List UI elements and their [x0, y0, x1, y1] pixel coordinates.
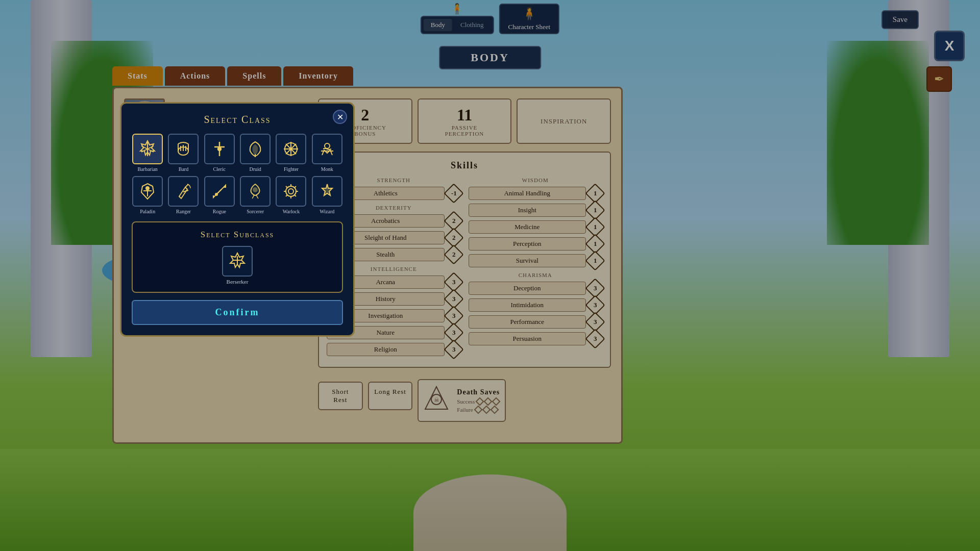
class-item-wizard[interactable]: Wizard	[311, 176, 343, 214]
class-item-paladin[interactable]: Paladin	[132, 176, 163, 214]
class-item-cleric[interactable]: Cleric	[204, 134, 235, 172]
modal-close-button[interactable]: ✕	[333, 110, 347, 124]
fighter-label: Fighter	[284, 166, 299, 172]
berserker-label: Berserker	[227, 279, 249, 285]
monk-label: Monk	[321, 166, 333, 172]
bard-icon	[168, 134, 199, 164]
select-class-modal: Select Class ✕ Barbarian	[120, 102, 355, 337]
sorcerer-label: Sorcerer	[247, 209, 264, 214]
subclass-title: Select Subclass	[140, 230, 335, 240]
bard-label: Bard	[179, 166, 188, 172]
berserker-icon	[222, 246, 253, 277]
paladin-label: Paladin	[140, 209, 155, 214]
class-item-ranger[interactable]: Ranger	[167, 176, 199, 214]
paladin-icon	[132, 176, 163, 207]
druid-icon	[240, 134, 271, 164]
barbarian-label: Barbarian	[137, 166, 157, 172]
svg-point-25	[146, 187, 149, 190]
class-item-bard[interactable]: Bard	[167, 134, 199, 172]
class-item-monk[interactable]: Monk	[311, 134, 343, 172]
class-item-druid[interactable]: Druid	[239, 134, 271, 172]
barbarian-icon	[132, 134, 163, 164]
monk-icon	[312, 134, 342, 164]
subclass-berserker[interactable]: Berserker	[222, 246, 253, 285]
subclass-section: Select Subclass Berserker	[132, 221, 343, 293]
druid-label: Druid	[249, 166, 261, 172]
sorcerer-icon	[240, 176, 271, 207]
cleric-icon	[204, 134, 235, 164]
class-item-rogue[interactable]: Rogue	[204, 176, 235, 214]
rogue-icon	[204, 176, 235, 207]
ranger-icon	[168, 176, 199, 207]
wizard-icon	[312, 176, 342, 207]
svg-point-21	[325, 143, 330, 148]
subclass-grid: Berserker	[140, 246, 335, 285]
class-item-warlock[interactable]: Warlock	[275, 176, 307, 214]
class-item-sorcerer[interactable]: Sorcerer	[239, 176, 271, 214]
svg-point-30	[215, 193, 217, 195]
svg-point-33	[288, 189, 293, 194]
class-item-fighter[interactable]: Fighter	[275, 134, 307, 172]
cleric-label: Cleric	[213, 166, 226, 172]
svg-point-14	[218, 147, 221, 151]
fighter-icon	[276, 134, 306, 164]
svg-point-31	[253, 188, 257, 192]
ranger-label: Ranger	[176, 209, 191, 214]
confirm-button[interactable]: Confirm	[132, 300, 343, 325]
select-class-title: Select Class	[132, 114, 343, 126]
warlock-label: Warlock	[283, 209, 300, 214]
svg-line-29	[217, 189, 222, 193]
rogue-label: Rogue	[213, 209, 226, 214]
wizard-label: Wizard	[320, 209, 334, 214]
class-grid: Barbarian Bard	[132, 134, 343, 214]
class-item-barbarian[interactable]: Barbarian	[132, 134, 163, 172]
warlock-icon	[276, 176, 306, 207]
